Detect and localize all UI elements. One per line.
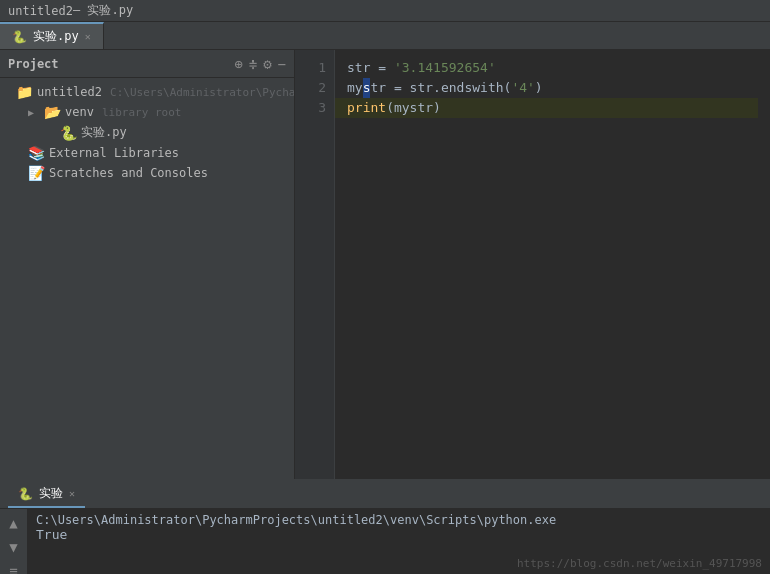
tree-item-shiyan[interactable]: 🐍 实验.py [0,122,294,143]
line-num-1: 1 [295,58,326,78]
code-token: (mystr) [386,98,441,118]
bottom-side-buttons: ▲ ▼ ≡ [0,509,28,574]
output-path: C:\Users\Administrator\PycharmProjects\u… [36,513,762,527]
scratch-icon: 📝 [28,165,45,181]
settings-icon[interactable]: ⚙ [263,56,271,72]
tree-label-external: External Libraries [49,146,179,160]
tree-item-external[interactable]: 📚 External Libraries [0,143,294,163]
line-numbers: 1 2 3 [295,50,335,479]
tree-label-untitled2: untitled2 [37,85,102,99]
minimize-icon[interactable]: − [278,56,286,72]
code-token: '3.141592654' [394,58,496,78]
sidebar-tree: 📁 untitled2 C:\Users\Administrator\Pycha… [0,78,294,479]
sidebar-header: Project ⊕ ≑ ⚙ − [0,50,294,78]
tree-item-venv[interactable]: ▶ 📂 venv library root [0,102,294,122]
title-text: untitled2 [8,4,73,18]
code-token: ) [535,78,543,98]
sidebar-icons: ⊕ ≑ ⚙ − [234,56,286,72]
tab-close-icon[interactable]: ✕ [85,31,91,42]
code-token: = [370,58,393,78]
bottom-content: ▲ ▼ ≡ C:\Users\Administrator\PycharmProj… [0,509,770,574]
tab-icon: 🐍 [12,30,27,44]
tree-path-untitled2: C:\Users\Administrator\PycharmProjects\u [110,86,294,99]
tab-label: 实验.py [33,28,79,45]
venv-arrow-icon: ▶ [28,107,40,118]
code-token: '4' [511,78,534,98]
code-editor[interactable]: 1 2 3 str = '3.141592654' mystr = str.en… [295,50,770,479]
main-area: Project ⊕ ≑ ⚙ − 📁 untitled2 C:\Users\Adm… [0,50,770,479]
bottom-tab-shiyan[interactable]: 🐍 实验 ✕ [8,481,85,508]
bottom-tab-icon: 🐍 [18,487,33,501]
code-container: 1 2 3 str = '3.141592654' mystr = str.en… [295,50,770,479]
code-line-1: str = '3.141592654' [347,58,758,78]
scroll-down-btn[interactable]: ▼ [7,537,19,557]
lib-icon: 📚 [28,145,45,161]
expand-icon[interactable]: ⊕ [234,56,242,72]
bottom-tab-bar: 🐍 实验 ✕ [0,481,770,509]
bottom-extra-btn[interactable]: ≡ [7,561,19,574]
bottom-tab-label: 实验 [39,485,63,502]
scroll-up-btn[interactable]: ▲ [7,513,19,533]
project-sidebar: Project ⊕ ≑ ⚙ − 📁 untitled2 C:\Users\Adm… [0,50,295,479]
tree-item-untitled2[interactable]: 📁 untitled2 C:\Users\Administrator\Pycha… [0,82,294,102]
tree-item-scratches[interactable]: 📝 Scratches and Consoles [0,163,294,183]
watermark: https://blog.csdn.net/weixin_49717998 [517,557,762,570]
bottom-panel: 🐍 实验 ✕ ▲ ▼ ≡ C:\Users\Administrator\Pych… [0,479,770,574]
tree-label-scratches: Scratches and Consoles [49,166,208,180]
code-line-2: mystr = str.endswith('4') [347,78,758,98]
python-file-icon: 🐍 [60,125,77,141]
folder-icon: 📁 [16,84,33,100]
title-bar: untitled2 – 实验.py [0,0,770,22]
title-suffix: – 实验.py [73,2,133,19]
code-token: str [347,58,370,78]
code-token: tr = str.endswith( [370,78,511,98]
tree-label-shiyan: 实验.py [81,124,127,141]
line-num-3: 3 [295,98,326,118]
bottom-output: C:\Users\Administrator\PycharmProjects\u… [28,509,770,574]
tree-sublabel-venv: library root [102,106,181,119]
output-result: True [36,527,762,542]
code-line-3: print(mystr) [335,98,758,118]
sidebar-title: Project [8,57,59,71]
code-text[interactable]: str = '3.141592654' mystr = str.endswith… [335,50,770,479]
code-token: my [347,78,363,98]
collapse-icon[interactable]: ≑ [249,56,257,72]
tree-label-venv: venv [65,105,94,119]
bottom-tab-close[interactable]: ✕ [69,488,75,499]
cursor: s [363,78,371,98]
line-num-2: 2 [295,78,326,98]
tab-shiyan[interactable]: 🐍 实验.py ✕ [0,22,104,49]
venv-folder-icon: 📂 [44,104,61,120]
code-token: print [347,98,386,118]
editor-tab-bar: 🐍 实验.py ✕ [0,22,770,50]
